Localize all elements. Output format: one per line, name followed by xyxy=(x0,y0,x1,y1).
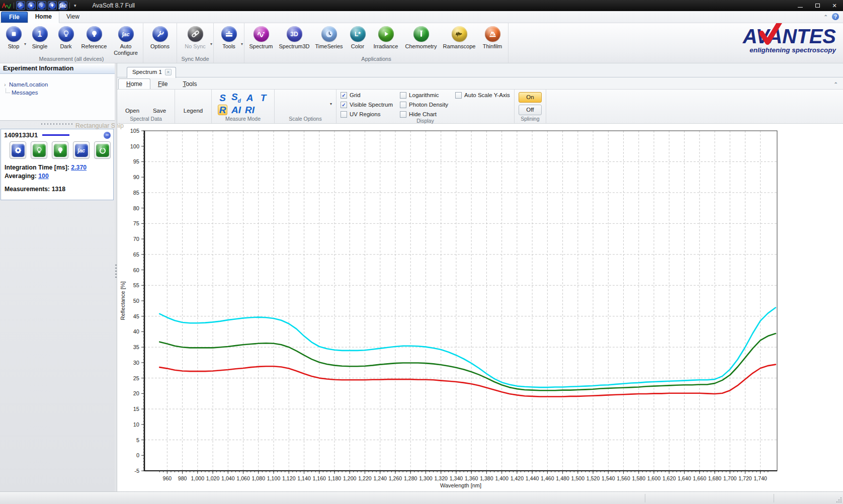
bulb-dark-icon xyxy=(38,2,45,9)
qat-dropdown-icon[interactable]: ▾ xyxy=(74,3,76,8)
inner-tab-file[interactable]: File xyxy=(150,79,175,90)
ribbon-button-tools[interactable]: Tools▾ xyxy=(215,25,242,50)
checkbox-uv-regions[interactable]: UV Regions xyxy=(341,111,393,118)
open-button[interactable]: Open xyxy=(121,94,143,114)
tab-spectrum-1[interactable]: Spectrum 1 ✕ xyxy=(127,67,176,78)
ribbon-button-reference[interactable]: Reference xyxy=(78,25,110,50)
ribbon-button-timeseries[interactable]: TimeSeries xyxy=(312,25,346,50)
device-power-button[interactable] xyxy=(94,141,111,159)
device-bulb-button[interactable] xyxy=(52,141,68,159)
svg-text:1,320: 1,320 xyxy=(434,475,448,481)
checkbox-hide-chart[interactable]: Hide Chart xyxy=(400,111,448,118)
ribbon-button-spectrum3d[interactable]: 3DSpectrum3D xyxy=(276,25,312,50)
zoom-dropdown-icon[interactable]: ▾ xyxy=(330,102,332,106)
avantes-logo: AVANTES enlightening spectroscopy xyxy=(743,26,836,54)
qat-bulb-dark-button[interactable] xyxy=(37,1,46,10)
qat-stop-button[interactable] xyxy=(27,1,36,10)
tab-home[interactable]: Home xyxy=(28,11,59,23)
toolbar-collapse-icon[interactable]: ⌃ xyxy=(834,81,838,87)
ribbon-button-spectrum[interactable]: Spectrum xyxy=(246,25,276,50)
chart-area: -505101520253035404550556065707580859095… xyxy=(117,124,843,491)
checkbox-visible-spectrum[interactable]: ✓Visible Spectrum xyxy=(341,101,393,108)
measure-mode-a[interactable]: A xyxy=(245,93,255,103)
resize-grip[interactable] xyxy=(836,497,842,503)
quick-access-toolbar: ∫ac xyxy=(16,1,67,10)
zoom-vertical-button[interactable] xyxy=(279,97,292,110)
svg-text:1,240: 1,240 xyxy=(373,475,387,481)
qat-wrench-button[interactable] xyxy=(16,1,25,10)
ribbon-button-ramanscope[interactable]: Ramanscope xyxy=(440,25,478,50)
inner-tab-home[interactable]: Home xyxy=(118,78,150,90)
splining-on-button[interactable]: On xyxy=(519,92,542,103)
tab-view[interactable]: View xyxy=(59,12,87,23)
tree-connector xyxy=(6,89,10,93)
collapse-panel-button[interactable]: − xyxy=(104,132,111,139)
legend-icon xyxy=(187,94,200,107)
minimize-button[interactable] xyxy=(792,0,809,11)
ribbon-button-no-sync[interactable]: No Sync▾ xyxy=(179,25,212,50)
device-bulb-dark-button[interactable] xyxy=(31,141,47,159)
measure-mode-r[interactable]: R xyxy=(218,105,228,115)
svg-text:1,600: 1,600 xyxy=(647,475,661,481)
spectrum-chart[interactable]: -505101520253035404550556065707580859095… xyxy=(118,123,842,491)
sidebar-splitter[interactable] xyxy=(115,63,117,491)
measurements-value: 1318 xyxy=(52,186,65,193)
ribbon-button-chemometry[interactable]: Chemometry xyxy=(402,25,440,50)
close-tab-icon[interactable]: ✕ xyxy=(165,69,172,75)
svg-text:1,040: 1,040 xyxy=(221,475,235,481)
splining-off-button[interactable]: Off xyxy=(519,105,542,115)
help-icon[interactable]: ? xyxy=(832,13,839,20)
integration-time-value[interactable]: 2.370 xyxy=(71,164,87,171)
close-button[interactable]: ✕ xyxy=(826,0,843,11)
integration-time-label: Integration Time [ms]: xyxy=(5,164,69,171)
tree-item-name-location[interactable]: › Name/Location xyxy=(0,80,115,89)
ribbon-button-thinfilm[interactable]: Thinfilm xyxy=(478,25,507,50)
legend-button[interactable]: Legend xyxy=(179,94,207,114)
inner-tab-tools[interactable]: Tools xyxy=(175,79,204,90)
experiment-info-header: Experiment Information xyxy=(0,63,115,74)
zoom-region-button[interactable] xyxy=(314,97,327,110)
device-panel: 1409133U1 − ∫ac Integration Time [ms]: 2… xyxy=(1,129,114,200)
svg-text:1,200: 1,200 xyxy=(343,475,357,481)
checkbox-photon-density[interactable]: Photon Density xyxy=(400,101,448,108)
svg-text:60: 60 xyxy=(133,267,139,273)
titlebar-separator xyxy=(14,3,14,9)
tab-file[interactable]: File xyxy=(1,12,28,23)
dropdown-arrow-icon[interactable]: ▾ xyxy=(210,42,212,46)
ribbon-button-stop[interactable]: Stop▾ xyxy=(2,25,26,50)
measure-mode-s[interactable]: S xyxy=(218,93,227,103)
checkbox-auto-scale-y-axis[interactable]: Auto Scale Y-Axis xyxy=(455,92,510,99)
save-button[interactable]: Save xyxy=(148,94,171,114)
svg-text:1,260: 1,260 xyxy=(389,475,402,481)
svg-text:1,180: 1,180 xyxy=(328,475,342,481)
tree-item-messages[interactable]: Messages xyxy=(0,89,115,97)
device-gear-button[interactable] xyxy=(10,141,26,159)
wave-icon xyxy=(254,26,269,42)
ribbon-button-irradiance[interactable]: Irradiance xyxy=(370,25,402,50)
app-icon[interactable] xyxy=(2,2,12,10)
folder-icon xyxy=(126,94,139,107)
device-jac-button[interactable]: ∫ac xyxy=(73,141,90,159)
qat-bulb-button[interactable] xyxy=(48,1,57,10)
checkbox-logarithmic[interactable]: Logarithmic xyxy=(400,92,448,99)
ribbon-collapse-icon[interactable]: ⌃ xyxy=(824,14,828,20)
averaging-value[interactable]: 100 xyxy=(38,173,49,180)
ribbon-button-dark[interactable]: Dark xyxy=(54,25,78,50)
ribbon-button-color[interactable]: L*Color xyxy=(346,25,370,50)
qat-jac-button[interactable]: ∫ac xyxy=(58,1,67,10)
ribbon-button-single[interactable]: 1Single xyxy=(26,25,54,50)
ribbon-button-auto-configure[interactable]: ∫acAuto Configure xyxy=(110,25,141,56)
zoom-pan-button[interactable] xyxy=(296,97,309,110)
ribbon-button-options[interactable]: Options xyxy=(145,25,175,50)
checkbox-grid[interactable]: ✓Grid xyxy=(341,92,393,99)
dropdown-arrow-icon[interactable]: ▾ xyxy=(241,42,243,46)
measure-mode-ri[interactable]: RI xyxy=(244,105,256,115)
panel-splitter-grip[interactable] xyxy=(41,123,73,125)
checkbox-icon: ✓ xyxy=(341,92,347,99)
measure-mode-ai[interactable]: AI xyxy=(230,105,242,115)
measure-mode-t[interactable]: T xyxy=(260,93,268,103)
gear-icon xyxy=(12,144,25,157)
expander-icon[interactable]: › xyxy=(4,81,9,88)
maximize-button[interactable] xyxy=(809,0,826,11)
measure-mode-sd[interactable]: Sd xyxy=(230,92,242,104)
